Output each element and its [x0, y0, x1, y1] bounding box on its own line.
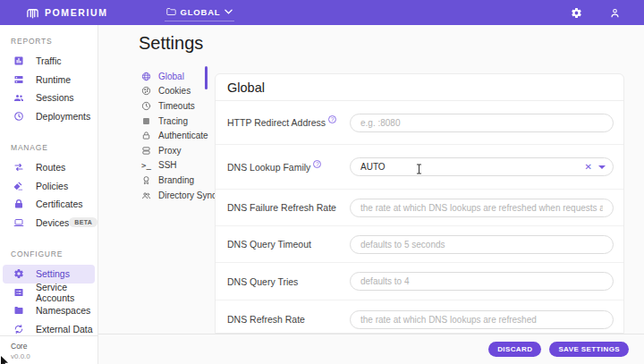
select-caret-icon[interactable]	[598, 165, 606, 169]
form-row-dns-refresh-rate: DNS Refresh Rate	[216, 301, 623, 334]
section-header: REPORTS	[0, 31, 97, 52]
sidebar-item-service-accounts[interactable]: Service Accounts	[3, 284, 95, 302]
tracing-square-icon	[141, 116, 151, 126]
sidebar: REPORTS Traffic Runtime	[0, 25, 98, 364]
topbar-actions	[571, 7, 621, 19]
sidebar-item-label: Runtime	[36, 74, 71, 85]
beta-badge: BETA	[69, 217, 97, 227]
field-label: HTTP Redirect Address ?	[216, 117, 338, 128]
field-label: DNS Refresh Rate	[216, 314, 338, 325]
discard-button[interactable]: DISCARD	[488, 342, 541, 357]
sidebar-item-label: Policies	[36, 181, 68, 191]
help-icon[interactable]: ?	[313, 160, 321, 168]
card-title: Global	[227, 80, 265, 95]
subnav-item-label: Timeouts	[158, 101, 195, 111]
dns-query-timeout-input[interactable]	[350, 235, 614, 254]
dns-refresh-rate-input[interactable]	[350, 310, 614, 329]
external-data-sync-icon	[13, 324, 24, 334]
sidebar-item-label: Certificates	[36, 199, 83, 209]
sidebar-item-runtime[interactable]: Runtime	[3, 71, 95, 89]
brand-logo: POMERIUM	[26, 7, 108, 19]
app-window: POMERIUM GLOBAL	[0, 0, 644, 364]
sidebar-item-label: External Data	[36, 324, 93, 334]
page-title: Settings	[139, 33, 203, 54]
field-label: DNS Failure Refresh Rate	[216, 202, 338, 213]
field-label: DNS Query Timeout	[216, 239, 338, 250]
clear-value-icon[interactable]: ✕	[585, 163, 592, 172]
service-accounts-list-icon	[13, 287, 24, 298]
pomerium-logo-icon	[26, 7, 39, 19]
product-version: v0.0.0	[11, 352, 97, 360]
text-cursor-icon	[416, 162, 422, 172]
sidebar-section-configure: CONFIGURE Settings Service Accounts	[0, 244, 97, 338]
subnav-item-label: Cookies	[158, 86, 191, 96]
sidebar-item-namespaces[interactable]: Namespaces	[3, 301, 95, 320]
subnav-item-label: Directory Sync	[158, 190, 216, 200]
sidebar-item-settings[interactable]: Settings	[3, 265, 95, 284]
subnav-item-label: Authenticate	[158, 131, 208, 140]
sessions-people-icon	[13, 92, 24, 103]
dns-query-tries-input[interactable]	[350, 272, 614, 291]
sidebar-item-label: Devices	[36, 217, 69, 228]
subnav-selected-indicator	[205, 66, 208, 89]
section-header: MANAGE	[0, 138, 97, 158]
sidebar-item-sessions[interactable]: Sessions	[3, 89, 95, 107]
sidebar-item-label: Traffic	[36, 55, 62, 66]
sidebar-item-label: Service Accounts	[36, 282, 95, 303]
save-settings-button[interactable]: SAVE SETTINGS	[549, 342, 629, 357]
traffic-chart-icon	[13, 55, 24, 66]
award-icon	[141, 175, 151, 185]
subnav-item-label: Branding	[158, 175, 194, 185]
subnav-item-label: SSH	[158, 160, 177, 170]
main-content: Settings Global Cookies Timeouts	[98, 25, 644, 364]
clock-icon	[141, 101, 151, 111]
globe-icon	[141, 72, 151, 81]
settings-gear-icon	[13, 268, 24, 279]
sidebar-item-label: Routes	[36, 162, 65, 173]
sidebar-item-label: Settings	[36, 268, 70, 279]
sidebar-footer: Core v0.0.0	[0, 335, 97, 364]
proxy-stack-icon	[141, 146, 151, 156]
dns-lookup-family-select[interactable]	[350, 157, 614, 176]
mouse-cursor-icon	[1, 354, 9, 364]
help-icon[interactable]: ?	[328, 115, 336, 123]
subnav-item-label: Global	[158, 72, 184, 81]
terminal-icon: >_	[141, 160, 151, 170]
sidebar-item-label: Namespaces	[36, 305, 90, 316]
sidebar-item-devices[interactable]: Devices BETA	[3, 214, 95, 233]
devices-laptop-icon	[13, 217, 24, 228]
sidebar-item-label: Sessions	[36, 92, 74, 103]
certificates-lock-icon	[13, 199, 24, 209]
brand-name: POMERIUM	[45, 7, 108, 18]
lock-icon	[141, 131, 151, 140]
field-label: DNS Query Tries	[216, 276, 338, 287]
field-label: DNS Lookup Family ?	[216, 162, 338, 173]
topbar: POMERIUM GLOBAL	[0, 0, 644, 25]
namespaces-folder-icon	[13, 305, 24, 316]
sidebar-item-policies[interactable]: Policies	[3, 177, 95, 196]
global-settings-card: Global HTTP Redirect Address ? DNS Looku…	[215, 73, 624, 334]
sidebar-item-label: Deployments	[36, 111, 90, 122]
sidebar-item-traffic[interactable]: Traffic	[3, 52, 95, 71]
action-footer: DISCARD SAVE SETTINGS	[98, 334, 644, 364]
product-name: Core	[11, 342, 97, 351]
sidebar-item-routes[interactable]: Routes	[3, 158, 95, 177]
sidebar-item-deployments[interactable]: Deployments	[3, 107, 95, 126]
http-redirect-address-input[interactable]	[350, 114, 614, 132]
routes-arrows-icon	[13, 162, 24, 173]
people-outline-icon	[141, 190, 151, 200]
form-row-http-redirect-address: HTTP Redirect Address ?	[216, 101, 623, 145]
settings-gear-icon[interactable]	[571, 7, 582, 19]
folder-icon	[166, 7, 176, 16]
user-account-icon[interactable]	[609, 7, 621, 19]
sidebar-item-certificates[interactable]: Certificates	[3, 195, 95, 214]
sidebar-section-manage: MANAGE Routes Policies	[0, 138, 97, 232]
namespace-select[interactable]: GLOBAL	[165, 4, 235, 21]
form-row-dns-lookup-family: DNS Lookup Family ? ✕	[216, 145, 623, 190]
cookie-icon	[141, 86, 151, 96]
runtime-server-icon	[13, 74, 24, 85]
dns-failure-refresh-rate-input[interactable]	[350, 199, 614, 217]
chevron-down-icon	[225, 9, 233, 14]
section-header: CONFIGURE	[0, 244, 97, 265]
sidebar-section-reports: REPORTS Traffic Runtime	[0, 31, 97, 125]
